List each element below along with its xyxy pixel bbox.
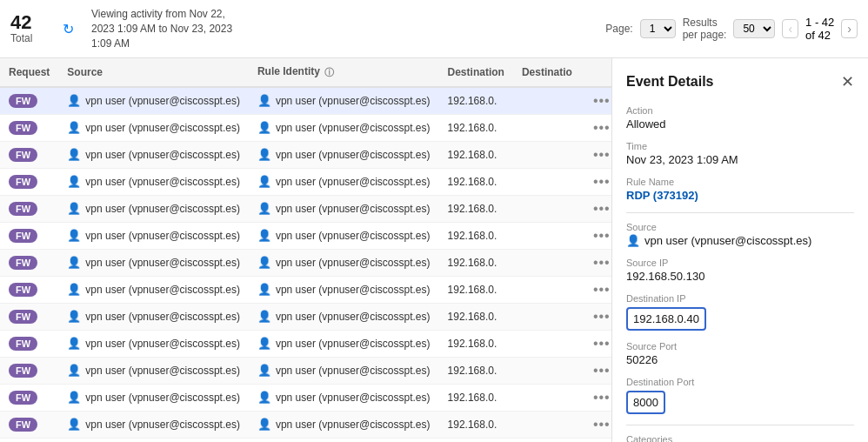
row-actions-btn[interactable]: ••• (590, 147, 611, 163)
table-row[interactable]: FW 👤vpn user (vpnuser@ciscosspt.es) 👤vpn… (0, 87, 611, 115)
table-row[interactable]: FW 👤vpn user (vpnuser@ciscosspt.es) 👤vpn… (0, 330, 611, 357)
cell-dots[interactable]: ••• (581, 114, 611, 141)
dest-ip: 192.168.0. (448, 284, 497, 296)
cell-destinatio (513, 303, 581, 330)
table-row[interactable]: FW 👤vpn user (vpnuser@ciscosspt.es) 👤vpn… (0, 384, 611, 411)
source-icon: 👤 (67, 148, 81, 161)
rule-text: vpn user (vpnuser@ciscosspt.es) (276, 149, 431, 161)
table-row[interactable]: FW 👤vpn user (vpnuser@ciscosspt.es) 👤vpn… (0, 303, 611, 330)
action-label: Action (626, 105, 854, 116)
prev-page-btn[interactable]: ‹ (782, 19, 798, 38)
table-row[interactable]: FW 👤vpn user (vpnuser@ciscosspt.es) 👤vpn… (0, 195, 611, 222)
table-row[interactable]: FW 👤vpn user (vpnuser@ciscosspt.es) 👤vpn… (0, 168, 611, 195)
viewing-text: Viewing activity from Nov 22, 2023 1:09 … (91, 7, 248, 50)
cell-request: FW (0, 303, 58, 330)
col-rule-identity: Rule Identity ⓘ (249, 58, 439, 86)
table-row[interactable]: FW 👤vpn user (vpnuser@ciscosspt.es) 👤vpn… (0, 357, 611, 384)
cell-request: FW (0, 141, 58, 168)
cell-dest: 192.168.0. (439, 141, 513, 168)
cell-dots[interactable]: ••• (581, 195, 611, 222)
row-actions-btn[interactable]: ••• (590, 174, 611, 190)
cell-dest: 192.168.0. (439, 195, 513, 222)
table-row[interactable]: FW 👤vpn user (vpnuser@ciscosspt.es) 👤vpn… (0, 411, 611, 438)
source-icon: 👤 (67, 283, 81, 296)
cell-dest: 192.168.0. (439, 87, 513, 115)
cell-rule: 👤vpn user (vpnuser@ciscosspt.es) (249, 141, 439, 168)
cell-dots[interactable]: ••• (581, 249, 611, 276)
row-actions-btn[interactable]: ••• (590, 228, 611, 244)
cell-rule: 👤vpn user (vpnuser@ciscosspt.es) (249, 249, 439, 276)
cell-dest: 192.168.0. (439, 330, 513, 357)
row-actions-btn[interactable]: ••• (590, 417, 611, 432)
table-area: Request Source Rule Identity ⓘ Destinati… (0, 58, 611, 442)
fw-badge: FW (9, 391, 37, 405)
cell-dest: 192.168.0. (439, 303, 513, 330)
fw-badge: FW (9, 229, 37, 243)
cell-destinatio (513, 276, 581, 303)
source-icon: 👤 (67, 256, 81, 269)
refresh-icon[interactable]: ↻ (63, 21, 74, 37)
cell-dots[interactable]: ••• (581, 87, 611, 115)
cell-dots[interactable]: ••• (581, 357, 611, 384)
row-actions-btn[interactable]: ••• (590, 282, 611, 298)
cell-dots[interactable]: ••• (581, 276, 611, 303)
per-page-select[interactable]: 50 (733, 19, 775, 38)
table-row[interactable]: FW 👤vpn user (vpnuser@ciscosspt.es) 👤vpn… (0, 114, 611, 141)
page-select[interactable]: 1 (640, 19, 676, 38)
rule-icon: 👤 (257, 121, 271, 134)
table-row[interactable]: FW 👤vpn user (vpnuser@ciscosspt.es) 👤vpn… (0, 141, 611, 168)
cell-dots[interactable]: ••• (581, 384, 611, 411)
rule-text: vpn user (vpnuser@ciscosspt.es) (276, 203, 431, 215)
row-actions-btn[interactable]: ••• (590, 93, 611, 109)
cell-request: FW (0, 114, 58, 141)
cell-dots[interactable]: ••• (581, 168, 611, 195)
table-row[interactable]: FW 👤vpn user (vpnuser@ciscosspt.es) 👤vpn… (0, 276, 611, 303)
rule-text: vpn user (vpnuser@ciscosspt.es) (276, 419, 431, 431)
fw-badge: FW (9, 148, 37, 162)
fw-badge: FW (9, 418, 37, 432)
categories-label: Categories (626, 434, 854, 442)
row-actions-btn[interactable]: ••• (590, 255, 611, 271)
source-text: vpn user (vpnuser@ciscosspt.es) (85, 203, 240, 215)
rule-text: vpn user (vpnuser@ciscosspt.es) (276, 95, 431, 107)
source-text: vpn user (vpnuser@ciscosspt.es) (85, 392, 240, 404)
fw-badge: FW (9, 202, 37, 216)
source-user-icon: 👤 (626, 234, 640, 247)
of-label: of 42 (805, 29, 831, 42)
rule-text: vpn user (vpnuser@ciscosspt.es) (276, 311, 431, 323)
rule-identity-info-icon: ⓘ (324, 67, 334, 77)
cell-dots[interactable]: ••• (581, 330, 611, 357)
cell-dots[interactable]: ••• (581, 303, 611, 330)
dest-ip: 192.168.0. (448, 149, 497, 161)
table-row[interactable]: FW 👤vpn user (vpnuser@ciscosspt.es) 👤vpn… (0, 222, 611, 249)
cell-dots[interactable]: ••• (581, 141, 611, 168)
source-icon: 👤 (67, 418, 81, 431)
cell-rule: 👤vpn user (vpnuser@ciscosspt.es) (249, 195, 439, 222)
divider-1 (626, 212, 854, 213)
row-actions-btn[interactable]: ••• (590, 363, 611, 378)
rule-name-value[interactable]: RDP (373192) (626, 189, 698, 202)
content-area: Request Source Rule Identity ⓘ Destinati… (0, 58, 868, 442)
next-page-btn[interactable]: › (841, 19, 858, 38)
cell-source: 👤vpn user (vpnuser@ciscosspt.es) (58, 384, 249, 411)
cell-source: 👤vpn user (vpnuser@ciscosspt.es) (58, 114, 249, 141)
source-user-text: vpn user (vpnuser@ciscosspt.es) (644, 234, 811, 247)
cell-dest: 192.168.0. (439, 249, 513, 276)
row-actions-btn[interactable]: ••• (590, 336, 611, 352)
row-actions-btn[interactable]: ••• (590, 120, 611, 136)
row-actions-btn[interactable]: ••• (590, 390, 611, 405)
cell-dots[interactable]: ••• (581, 222, 611, 249)
source-ip-field: Source IP 192.168.50.130 (626, 258, 854, 283)
cell-dots[interactable]: ••• (581, 411, 611, 438)
cell-request: FW (0, 222, 58, 249)
table-row[interactable]: FW 👤vpn user (vpnuser@ciscosspt.es) 👤vpn… (0, 249, 611, 276)
dest-port-highlighted: 8000 (626, 391, 665, 414)
cell-rule: 👤vpn user (vpnuser@ciscosspt.es) (249, 330, 439, 357)
dest-ip: 192.168.0. (448, 230, 497, 242)
row-actions-btn[interactable]: ••• (590, 201, 611, 217)
close-panel-button[interactable]: ✕ (841, 72, 854, 91)
row-actions-btn[interactable]: ••• (590, 309, 611, 325)
cell-source: 👤vpn user (vpnuser@ciscosspt.es) (58, 222, 249, 249)
rule-icon: 👤 (257, 418, 271, 431)
events-table: Request Source Rule Identity ⓘ Destinati… (0, 58, 611, 438)
